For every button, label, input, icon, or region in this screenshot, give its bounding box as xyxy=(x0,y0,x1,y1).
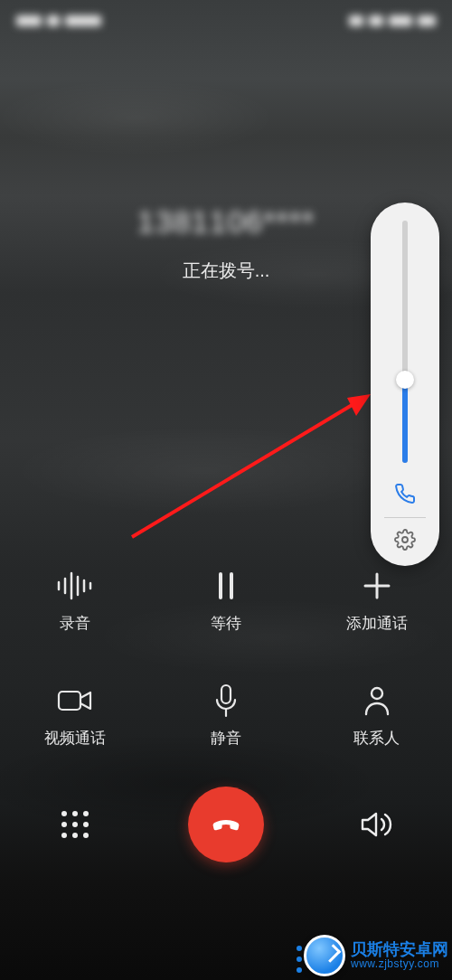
svg-point-16 xyxy=(372,688,382,699)
gear-icon[interactable] xyxy=(394,529,416,551)
status-blob xyxy=(65,15,101,26)
speaker-icon xyxy=(360,809,394,840)
contacts-label: 联系人 xyxy=(353,728,400,749)
dialpad-button[interactable] xyxy=(48,797,102,852)
watermark-url: www.zjbstyy.com xyxy=(351,958,448,970)
phone-down-icon xyxy=(206,805,246,844)
waveform-icon xyxy=(55,568,95,604)
mic-icon xyxy=(213,683,239,719)
video-call-label: 视频通话 xyxy=(44,728,106,749)
volume-thumb[interactable] xyxy=(396,371,414,389)
svg-point-24 xyxy=(72,833,78,838)
svg-point-22 xyxy=(83,822,89,827)
annotation-arrow-icon xyxy=(125,391,376,544)
pause-icon xyxy=(214,568,238,604)
hold-button[interactable]: 等待 xyxy=(151,568,302,634)
svg-point-20 xyxy=(61,822,67,827)
dialpad-icon xyxy=(60,809,90,840)
svg-point-25 xyxy=(83,833,89,838)
svg-rect-13 xyxy=(59,692,80,710)
mute-button[interactable]: 静音 xyxy=(151,683,302,749)
watermark-name: 贝斯特安卓网 xyxy=(351,941,448,959)
hold-label: 等待 xyxy=(211,613,241,634)
svg-point-19 xyxy=(83,811,89,816)
mute-label: 静音 xyxy=(211,728,241,749)
status-left xyxy=(16,7,101,34)
contacts-button[interactable]: 联系人 xyxy=(301,683,452,749)
status-blob xyxy=(369,15,383,26)
svg-point-18 xyxy=(72,811,78,816)
svg-point-0 xyxy=(402,537,408,542)
record-button[interactable]: 录音 xyxy=(0,568,151,634)
video-icon xyxy=(57,683,93,719)
end-call-button[interactable] xyxy=(188,787,264,862)
record-label: 录音 xyxy=(60,613,90,634)
watermark-logo-icon xyxy=(304,935,345,976)
status-blob xyxy=(349,15,363,26)
add-call-label: 添加通话 xyxy=(346,613,408,634)
status-right xyxy=(349,7,436,34)
call-actions: 录音 等待 添加通话 视频通话 xyxy=(0,568,452,749)
add-call-button[interactable]: 添加通话 xyxy=(301,568,452,634)
phone-icon xyxy=(394,483,416,504)
volume-track[interactable] xyxy=(402,221,408,463)
speaker-button[interactable] xyxy=(350,797,404,852)
svg-point-17 xyxy=(61,811,67,816)
volume-divider xyxy=(384,517,426,518)
plus-icon xyxy=(363,568,391,604)
svg-marker-2 xyxy=(347,394,371,416)
status-blob xyxy=(47,15,60,26)
svg-rect-14 xyxy=(221,685,231,703)
svg-line-1 xyxy=(132,401,358,537)
svg-point-23 xyxy=(61,833,67,838)
status-blob xyxy=(16,15,42,26)
svg-point-21 xyxy=(72,822,78,827)
status-blob xyxy=(389,15,412,26)
video-call-button[interactable]: 视频通话 xyxy=(0,683,151,749)
person-icon xyxy=(363,683,391,719)
status-bar xyxy=(0,7,452,34)
bottom-controls xyxy=(0,787,452,862)
watermark: 贝斯特安卓网 www.zjbstyy.com xyxy=(304,935,448,976)
volume-fill xyxy=(402,380,408,463)
volume-panel[interactable] xyxy=(371,203,439,566)
status-blob xyxy=(418,15,436,26)
